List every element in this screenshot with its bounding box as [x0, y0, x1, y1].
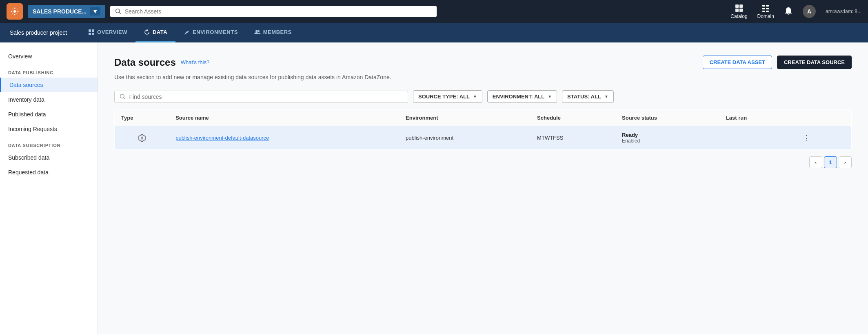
environment-chevron-icon: ▼	[548, 94, 552, 99]
domain-nav-item[interactable]: Domain	[757, 4, 774, 19]
grid-icon	[88, 29, 95, 36]
catalog-nav-item[interactable]: Catalog	[730, 4, 747, 19]
svg-rect-5	[735, 9, 739, 12]
app-logo[interactable]	[7, 3, 23, 20]
svg-rect-14	[92, 29, 94, 32]
tab-overview-label: OVERVIEW	[97, 29, 127, 35]
row-last-run-cell	[719, 126, 793, 150]
svg-line-20	[124, 98, 125, 99]
catalog-label: Catalog	[730, 13, 747, 19]
sidebar-item-inventory-data[interactable]: Inventory data	[0, 92, 98, 107]
create-data-asset-button[interactable]: CREATE DATA ASSET	[703, 56, 772, 69]
svg-point-17	[255, 30, 258, 32]
filters-row: SOURCE TYPE: ALL ▼ ENVIRONMENT: ALL ▼ ST…	[114, 90, 852, 103]
user-avatar[interactable]: A	[803, 5, 816, 18]
pagination: ‹ 1 ›	[114, 156, 852, 168]
tab-data-label: DATA	[153, 29, 167, 35]
refresh-icon	[144, 29, 150, 36]
top-nav-right: Catalog Domain A arn:aws:iam::8...	[730, 4, 861, 19]
status-ready-label: Ready	[622, 132, 713, 138]
pagination-prev-button[interactable]: ‹	[809, 156, 822, 168]
col-type: Type	[115, 110, 169, 126]
svg-point-21	[141, 137, 143, 139]
svg-rect-8	[762, 8, 765, 9]
tab-environments[interactable]: ENVIRONMENTS	[175, 23, 246, 42]
tab-data[interactable]: DATA	[135, 23, 175, 42]
tab-members[interactable]: MEMBERS	[246, 23, 300, 42]
row-environment-cell: publish-environment	[399, 126, 531, 150]
environment-filter[interactable]: ENVIRONMENT: ALL ▼	[487, 90, 557, 103]
people-icon	[254, 29, 261, 36]
sub-nav: Sales producer project OVERVIEW DATA ENV…	[0, 23, 868, 42]
svg-point-18	[258, 30, 260, 32]
sidebar-item-subscribed-data[interactable]: Subscribed data	[0, 150, 98, 165]
sidebar-item-data-sources[interactable]: Data sources	[0, 78, 98, 92]
sidebar: Overview DATA PUBLISHING Data sources In…	[0, 42, 98, 334]
pagination-next-button[interactable]: ›	[839, 156, 852, 168]
tab-overview[interactable]: OVERVIEW	[80, 23, 135, 42]
row-schedule-cell: MTWTFSS	[531, 126, 615, 150]
whats-this-link[interactable]: What's this?	[181, 59, 209, 65]
svg-rect-7	[762, 5, 765, 7]
sidebar-item-overview[interactable]: Overview	[0, 49, 98, 64]
header-buttons: CREATE DATA ASSET CREATE DATA SOURCE	[703, 56, 852, 69]
project-dropdown-chevron: ▼	[90, 7, 100, 16]
search-input[interactable]	[125, 8, 432, 15]
col-environment: Environment	[399, 110, 531, 126]
source-name-link[interactable]: publish-environment-default-datasource	[175, 135, 269, 141]
svg-rect-13	[89, 29, 91, 32]
svg-point-0	[13, 10, 16, 13]
user-arn[interactable]: arn:aws:iam::8...	[826, 9, 861, 14]
content-header: Data sources What's this? CREATE DATA AS…	[114, 56, 852, 69]
sidebar-item-requested-data[interactable]: Requested data	[0, 165, 98, 180]
row-actions-cell: ⋮	[793, 126, 852, 150]
main-content: Data sources What's this? CREATE DATA AS…	[98, 42, 868, 334]
source-type-filter[interactable]: SOURCE TYPE: ALL ▼	[413, 90, 482, 103]
col-actions	[793, 110, 852, 126]
svg-rect-9	[762, 11, 765, 12]
sidebar-section-data-publishing: DATA PUBLISHING	[0, 64, 98, 78]
sub-nav-tabs: OVERVIEW DATA ENVIRONMENTS MEMBERS	[80, 23, 300, 42]
find-sources-input[interactable]	[129, 94, 403, 100]
svg-rect-12	[766, 11, 769, 12]
status-filter[interactable]: STATUS: ALL ▼	[562, 90, 614, 103]
search-icon	[120, 94, 126, 100]
col-last-run: Last run	[719, 110, 793, 126]
sidebar-item-incoming-requests[interactable]: Incoming Requests	[0, 122, 98, 136]
search-box	[114, 91, 408, 103]
svg-rect-10	[766, 5, 769, 7]
project-dropdown-button[interactable]: SALES PRODUCE... ▼	[28, 5, 105, 18]
leaf-icon	[184, 29, 190, 36]
source-type-chevron-icon: ▼	[473, 94, 477, 99]
top-nav: SALES PRODUCE... ▼ Catalog	[0, 0, 868, 23]
create-data-source-button[interactable]: CREATE DATA SOURCE	[777, 56, 852, 69]
content-description: Use this section to add new or manage ex…	[114, 74, 852, 80]
search-icon	[115, 8, 122, 15]
sidebar-section-data-subscription: DATA SUBSCRIPTION	[0, 136, 98, 150]
row-kebab-button[interactable]: ⋮	[799, 133, 813, 143]
col-source-name: Source name	[169, 110, 399, 126]
col-schedule: Schedule	[531, 110, 615, 126]
row-type-cell	[115, 126, 169, 150]
main-layout: Overview DATA PUBLISHING Data sources In…	[0, 42, 868, 334]
pagination-page-1-button[interactable]: 1	[824, 156, 837, 168]
svg-rect-4	[739, 4, 743, 8]
domain-label: Domain	[757, 13, 774, 19]
tab-members-label: MEMBERS	[263, 29, 292, 35]
svg-rect-3	[735, 4, 739, 8]
notifications-button[interactable]	[784, 7, 793, 17]
svg-rect-6	[739, 9, 743, 12]
status-chevron-icon: ▼	[604, 94, 608, 99]
datasource-type-icon	[121, 133, 162, 143]
table-row: publish-environment-default-datasource p…	[115, 126, 852, 150]
col-source-status: Source status	[615, 110, 719, 126]
status-enabled-label: Enabled	[622, 138, 713, 144]
table-header: Type Source name Environment Schedule So…	[115, 110, 852, 126]
data-sources-table: Type Source name Environment Schedule So…	[114, 109, 852, 150]
svg-line-2	[119, 12, 120, 13]
sidebar-item-published-data[interactable]: Published data	[0, 107, 98, 122]
svg-rect-15	[89, 33, 91, 35]
tab-environments-label: ENVIRONMENTS	[193, 29, 238, 35]
row-status-cell: Ready Enabled	[615, 126, 719, 150]
project-title: Sales producer project	[10, 29, 67, 36]
